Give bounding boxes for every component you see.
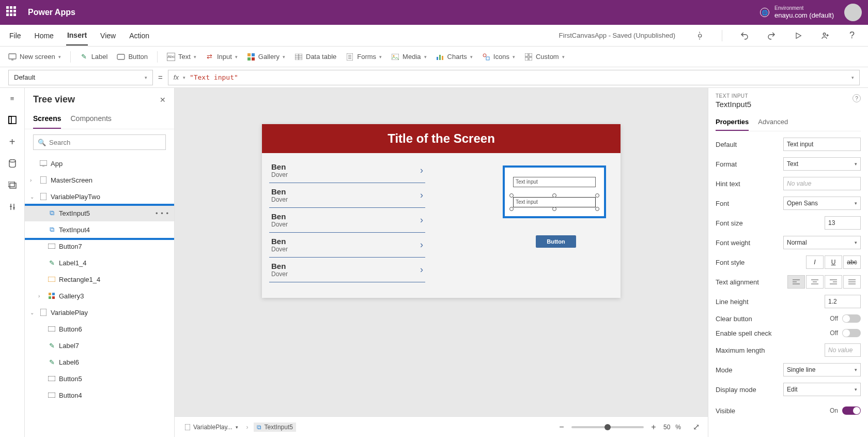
help-icon[interactable]: ? xyxy=(853,94,861,102)
property-selector[interactable]: Default ▾ xyxy=(8,70,153,85)
ribbon-text[interactable]: AbcText▾ xyxy=(167,53,196,61)
ribbon-media[interactable]: Media▾ xyxy=(391,53,426,61)
prop-lineheight[interactable]: 1.2 xyxy=(825,295,861,308)
align-center-button[interactable] xyxy=(806,275,824,289)
play-icon[interactable] xyxy=(791,28,806,43)
ribbon-forms[interactable]: Forms▾ xyxy=(346,53,382,61)
ribbon-charts[interactable]: Charts▾ xyxy=(436,53,473,61)
tree-node-label1-4[interactable]: ✎Label1_4 xyxy=(25,254,174,271)
gallery-row[interactable]: BenDover› xyxy=(269,183,425,208)
tree-node-label7[interactable]: ✎Label7 xyxy=(25,337,174,354)
avatar[interactable] xyxy=(844,4,862,21)
new-screen-button[interactable]: New screen ▾ xyxy=(8,53,61,61)
media-panel-icon[interactable] xyxy=(7,180,18,190)
gallery-row[interactable]: BenDover› xyxy=(269,258,425,282)
tree-node-label6[interactable]: ✎Label6 xyxy=(25,354,174,370)
app-checker-icon[interactable] xyxy=(692,28,707,43)
menu-view[interactable]: View xyxy=(99,26,117,45)
prop-visible-toggle[interactable] xyxy=(842,406,861,415)
tree-search[interactable]: 🔍 xyxy=(33,134,166,150)
menu-home[interactable]: Home xyxy=(34,26,55,45)
tree-node-masterscreen[interactable]: ›MasterScreen xyxy=(25,172,174,188)
gallery-row[interactable]: BenDover› xyxy=(269,233,425,258)
strike-button[interactable]: abc xyxy=(843,255,861,269)
tree-node-button4[interactable]: Button4 xyxy=(25,387,174,403)
svg-rect-13 xyxy=(439,55,441,60)
redo-icon[interactable] xyxy=(764,28,779,43)
tab-properties[interactable]: Properties xyxy=(716,115,749,131)
menu-insert[interactable]: Insert xyxy=(66,26,88,46)
tree-node-button5[interactable]: Button5 xyxy=(25,370,174,387)
tree-node-button6[interactable]: Button6 xyxy=(25,321,174,337)
prop-default[interactable]: Text input xyxy=(783,138,861,151)
close-icon[interactable]: ✕ xyxy=(160,96,166,104)
ribbon-input[interactable]: ⇄Input▾ xyxy=(206,53,238,61)
selection-group[interactable]: Text input Text input xyxy=(503,165,606,218)
more-icon[interactable]: • • • xyxy=(156,209,169,217)
align-right-button[interactable] xyxy=(825,275,842,289)
prop-fontsize[interactable]: 13 xyxy=(825,216,861,230)
undo-icon[interactable] xyxy=(737,28,752,43)
tab-advanced[interactable]: Advanced xyxy=(758,115,788,131)
gallery-row[interactable]: BenDover› xyxy=(269,208,425,233)
prop-maxlen[interactable]: No value xyxy=(825,343,861,357)
prop-font[interactable]: Open Sans▾ xyxy=(783,197,861,210)
screen-title: Title of the Screen xyxy=(262,124,621,153)
tree-node-rectangle1-4[interactable]: Rectangle1_4 xyxy=(25,271,174,288)
custom-icon xyxy=(524,53,533,61)
fit-icon[interactable]: ⤢ xyxy=(691,423,701,432)
environment-picker[interactable]: 🌐 Environment enayu.com (default) xyxy=(760,5,834,20)
tree-node-textinput4[interactable]: ⧉TextInput4 xyxy=(25,221,174,238)
prop-format[interactable]: Text▾ xyxy=(783,157,861,171)
tree-view-icon[interactable] xyxy=(7,115,18,125)
data-icon[interactable] xyxy=(7,158,18,169)
italic-button[interactable]: I xyxy=(806,255,824,269)
ribbon-gallery[interactable]: Gallery▾ xyxy=(247,53,285,61)
tree-node-button7[interactable]: Button7 xyxy=(25,238,174,254)
tree-node-gallery3[interactable]: ›Gallery3 xyxy=(25,288,174,304)
insert-icon[interactable]: + xyxy=(7,137,18,147)
underline-button[interactable]: U xyxy=(825,255,842,269)
tree-node-variableplaytwo[interactable]: ⌄VariablePlayTwo xyxy=(25,188,174,205)
zoom-slider[interactable] xyxy=(571,426,644,428)
prop-hint[interactable]: No value xyxy=(783,177,861,190)
tree-node-variableplay[interactable]: ⌄VariablePlay xyxy=(25,304,174,321)
tab-screens[interactable]: Screens xyxy=(33,111,61,129)
menu-action[interactable]: Action xyxy=(128,26,150,45)
share-icon[interactable] xyxy=(817,28,833,43)
prop-displaymode[interactable]: Edit▾ xyxy=(783,383,861,396)
prop-mode[interactable]: Single line▾ xyxy=(783,363,861,376)
screen-preview[interactable]: Title of the Screen BenDover› BenDover› … xyxy=(262,124,621,298)
breadcrumb-screen[interactable]: VariablePlay...▾ xyxy=(182,423,241,432)
zoom-in-button[interactable]: + xyxy=(649,423,658,432)
tree-node-app[interactable]: App xyxy=(25,155,174,172)
ribbon-custom[interactable]: Custom▾ xyxy=(524,53,565,61)
ribbon-datatable[interactable]: Data table xyxy=(295,53,336,61)
align-left-button[interactable] xyxy=(787,275,805,289)
menu-file[interactable]: File xyxy=(8,26,22,45)
breadcrumb-control[interactable]: ⧉TextInput5 xyxy=(254,423,296,432)
advanced-tools-icon[interactable] xyxy=(7,202,18,212)
canvas-textinput4[interactable]: Text input xyxy=(513,197,596,207)
search-input[interactable] xyxy=(49,139,161,146)
hamburger-icon[interactable]: ≡ xyxy=(7,93,18,103)
waffle-icon[interactable] xyxy=(6,6,19,19)
prop-clear-toggle[interactable] xyxy=(842,314,861,323)
gallery-row[interactable]: BenDover› xyxy=(269,158,425,183)
tab-components[interactable]: Components xyxy=(70,111,111,129)
formula-input[interactable]: fx ▾ "Text input" ▾ xyxy=(168,70,860,85)
canvas-button[interactable]: Button xyxy=(536,235,576,248)
tree-node-textinput5[interactable]: ⧉TextInput5• • • xyxy=(25,205,174,221)
align-justify-button[interactable] xyxy=(843,275,861,289)
ribbon-icons[interactable]: Icons▾ xyxy=(482,53,515,61)
chevron-down-icon[interactable]: ▾ xyxy=(851,75,854,80)
prop-fontweight[interactable]: Normal▾ xyxy=(783,236,861,249)
canvas-textinput5[interactable]: Text input xyxy=(513,177,596,187)
ribbon-button[interactable]: Button xyxy=(117,53,148,61)
svg-rect-33 xyxy=(49,296,51,299)
help-icon[interactable]: ? xyxy=(844,28,860,43)
prop-spell-toggle[interactable] xyxy=(842,329,861,337)
zoom-out-button[interactable]: − xyxy=(557,423,566,432)
chevron-right-icon: › xyxy=(246,424,249,431)
ribbon-label[interactable]: ✎Label xyxy=(80,53,108,61)
